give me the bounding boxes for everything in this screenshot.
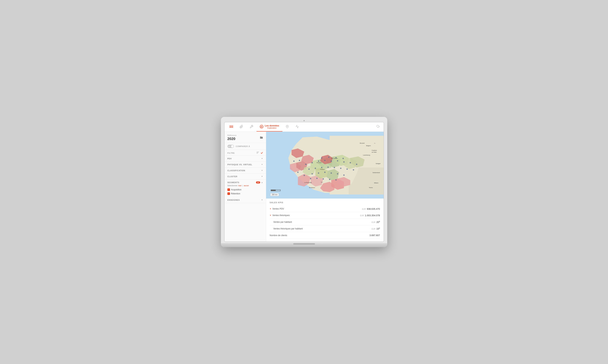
comparer-toggle[interactable] bbox=[228, 145, 234, 148]
physique-chevron-icon: ▼ bbox=[261, 164, 263, 166]
svg-text:Belgium: Belgium bbox=[366, 145, 371, 146]
segments-badge: 2/2 bbox=[256, 181, 260, 183]
svg-text:Le Louvre: Le Louvre bbox=[331, 157, 338, 159]
svg-point-52 bbox=[297, 172, 298, 173]
nombre-clients-value: 3.697.607 bbox=[369, 234, 380, 237]
svg-point-51 bbox=[343, 174, 344, 176]
dots-logo-icon bbox=[230, 126, 233, 128]
svg-text:Luxembourg: Luxembourg bbox=[363, 155, 370, 156]
svg-text:France: France bbox=[320, 169, 324, 170]
nav-item-dots[interactable] bbox=[226, 122, 236, 131]
dropdown-pdv[interactable]: PDV ▼ bbox=[225, 156, 266, 162]
nombre-clients-label: Nombre de clients bbox=[270, 234, 287, 237]
kpi-row-nombre-clients: Nombre de clients 3.697.607 bbox=[270, 232, 380, 239]
filter-check-icon[interactable] bbox=[260, 152, 263, 155]
camera-dot bbox=[304, 120, 305, 121]
scale-label: 200 km bbox=[270, 193, 279, 196]
dropdown-enseignes[interactable]: ENSEIGNES ▼ bbox=[225, 197, 266, 203]
svg-point-36 bbox=[350, 162, 351, 163]
ventes-pdv-label: ▼ Ventes PDV bbox=[270, 208, 284, 210]
kpi-section: SALES KPIS ▼ Ventes PDV EUR 938.635.470 bbox=[266, 198, 384, 242]
svg-text:Stuttgart: Stuttgart bbox=[376, 163, 380, 164]
filter-actions bbox=[257, 152, 263, 155]
svg-point-38 bbox=[308, 168, 310, 170]
select-tout-link[interactable]: tout bbox=[239, 185, 242, 187]
svg-point-64 bbox=[299, 160, 300, 161]
svg-point-55 bbox=[316, 178, 317, 179]
paperclip-icon bbox=[240, 125, 243, 129]
svg-point-56 bbox=[323, 178, 324, 180]
svg-point-45 bbox=[353, 169, 354, 170]
pin-icon bbox=[286, 125, 289, 129]
nav-item-paperclip[interactable] bbox=[236, 122, 246, 131]
cloud-icon bbox=[376, 125, 380, 128]
filter-lines-icon[interactable] bbox=[257, 152, 259, 155]
pdv-chevron-icon: ▼ bbox=[261, 157, 263, 159]
comparer-label: COMPARER À bbox=[236, 145, 250, 147]
ventes-theoriques-value: EUR 1.003.354.078 bbox=[360, 214, 380, 217]
svg-text:Milano: Milano bbox=[374, 182, 378, 184]
kpi-row-ventes-theoriques[interactable]: ▼ Ventes théoriques EUR 1.003.354.078 bbox=[270, 212, 380, 219]
svg-point-60 bbox=[328, 156, 329, 158]
svg-point-37 bbox=[356, 164, 357, 165]
segments-header[interactable]: SEGMENTS 2/2 ▲ bbox=[225, 180, 266, 184]
svg-text:Ni...: Ni... bbox=[374, 143, 376, 144]
ventes-pdv-expand-icon: ▼ bbox=[270, 208, 271, 210]
laptop-screen: Les données Exploration bbox=[224, 122, 384, 242]
ventes-theoriques-label: ▼ Ventes théoriques bbox=[270, 214, 290, 217]
folder-button[interactable] bbox=[260, 136, 263, 140]
svg-text:Ur...: Ur... bbox=[321, 181, 324, 183]
svg-text:am Main: am Main bbox=[372, 151, 377, 153]
svg-point-0 bbox=[287, 126, 288, 127]
svg-point-53 bbox=[304, 175, 305, 176]
ventes-par-habitant-value: EUR 209 bbox=[372, 221, 380, 223]
cluster-label: CLUSTER bbox=[228, 175, 237, 178]
svg-point-40 bbox=[321, 167, 322, 168]
nav-item-chart[interactable] bbox=[292, 122, 302, 131]
svg-point-62 bbox=[342, 158, 344, 159]
retention-label: Rétention bbox=[231, 192, 240, 195]
reference-label: Référence bbox=[228, 134, 263, 136]
classification-chevron-icon: ▼ bbox=[261, 169, 263, 171]
nav-item-pin[interactable] bbox=[282, 122, 292, 131]
svg-rect-3 bbox=[257, 153, 258, 153]
segments-label: SEGMENTS bbox=[228, 181, 239, 183]
svg-point-57 bbox=[329, 179, 330, 180]
ventes-theoriques-par-habitant-value: EUR 156 bbox=[372, 227, 380, 230]
map-area: Rennes France Le Louvre Brussel Belgium … bbox=[266, 132, 384, 198]
svg-point-43 bbox=[340, 168, 341, 169]
svg-point-41 bbox=[327, 167, 329, 168]
reference-section: Référence 2020 bbox=[225, 132, 266, 143]
checkbox-retention: ✓ Rétention bbox=[225, 192, 266, 196]
svg-point-49 bbox=[330, 172, 332, 174]
main-layout: Référence 2020 COMPARER À F bbox=[225, 132, 384, 242]
svg-rect-82 bbox=[271, 190, 275, 191]
retention-checkbox[interactable]: ✓ bbox=[228, 192, 230, 195]
nav-item-tool[interactable] bbox=[246, 122, 257, 131]
kpi-title: SALES KPIS bbox=[270, 201, 380, 204]
nav-cloud-button[interactable] bbox=[374, 125, 382, 129]
svg-point-35 bbox=[343, 161, 344, 163]
dropdown-cluster[interactable]: CLUSTER ▼ bbox=[225, 174, 266, 180]
checkbox-acquisition: ✓ Acquisition bbox=[225, 188, 266, 192]
svg-point-54 bbox=[310, 178, 311, 179]
select-aucun-link[interactable]: aucun bbox=[244, 185, 249, 187]
svg-point-30 bbox=[311, 162, 313, 163]
svg-point-58 bbox=[335, 179, 337, 181]
ventes-theoriques-par-habitant-label: Ventes théoriques par habitant bbox=[270, 227, 303, 230]
ventes-par-habitant-label: Ventes par habitant bbox=[270, 221, 292, 223]
dropdown-classification[interactable]: CLASSIFICATION ▼ bbox=[225, 168, 266, 174]
svg-point-39 bbox=[315, 168, 316, 169]
svg-point-59 bbox=[321, 157, 322, 159]
selector-row: Sélectionner: tout | aucun bbox=[225, 184, 266, 188]
acquisition-checkbox[interactable]: ✓ bbox=[228, 188, 230, 191]
cluster-chevron-icon: ▼ bbox=[261, 175, 263, 177]
dropdown-physique[interactable]: PHYSIQUE VS. VIRTUEL ▼ bbox=[225, 162, 266, 168]
enseignes-chevron-icon: ▼ bbox=[261, 199, 263, 201]
nav-item-data[interactable]: Les données Exploration bbox=[257, 122, 282, 131]
svg-point-33 bbox=[330, 160, 332, 162]
svg-text:Brussel: Brussel bbox=[360, 142, 365, 144]
segments-right: 2/2 ▲ bbox=[256, 181, 263, 183]
kpi-row-ventes-pdv[interactable]: ▼ Ventes PDV EUR 938.635.470 bbox=[270, 206, 380, 212]
laptop-base bbox=[221, 243, 387, 247]
